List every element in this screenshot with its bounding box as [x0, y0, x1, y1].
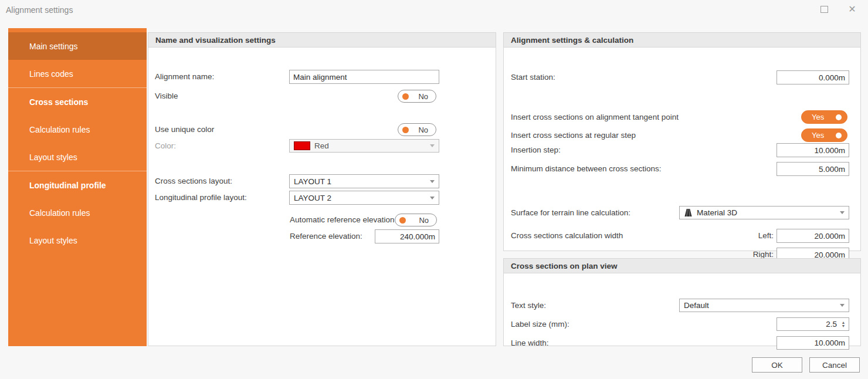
- close-icon: ✕: [848, 5, 856, 14]
- sidebar-item-longitudinal-profile[interactable]: Longitudinal profile: [8, 171, 147, 199]
- window-title: Alignment settings: [6, 5, 73, 15]
- sidebar: Main settings Lines codes Cross sections…: [8, 28, 147, 346]
- sidebar-item-calculation-rules-longitudinal[interactable]: Calculation rules: [8, 199, 147, 226]
- longitudinal-profile-layout-label: Longitudinal profile layout:: [155, 191, 247, 205]
- label-size-input[interactable]: [777, 317, 849, 331]
- insertion-step-input[interactable]: [777, 143, 849, 157]
- line-width-input[interactable]: [777, 336, 849, 350]
- sidebar-item-label: Lines codes: [29, 69, 73, 79]
- sidebar-item-layout-styles-longitudinal[interactable]: Layout styles: [8, 226, 147, 254]
- sidebar-item-label: Calculation rules: [29, 125, 90, 134]
- text-style-dropdown[interactable]: Default: [679, 299, 849, 312]
- maximize-button[interactable]: [814, 0, 834, 19]
- chevron-down-icon: [430, 180, 435, 183]
- material-3d-icon: [684, 208, 693, 217]
- longitudinal-profile-layout-dropdown[interactable]: LAYOUT 2: [289, 191, 439, 205]
- surface-label: Surface for terrain line calculation:: [511, 206, 630, 219]
- automatic-reference-elevation-label: Automatic reference elevation: [290, 214, 395, 226]
- insert-regular-step-toggle[interactable]: Yes: [801, 128, 847, 142]
- reference-elevation-input[interactable]: [375, 229, 439, 243]
- sidebar-item-cross-sections[interactable]: Cross sections: [8, 88, 147, 116]
- toggle-state-label: Yes: [812, 131, 824, 140]
- toggle-knob-icon: [836, 133, 842, 138]
- insert-regular-step-label: Insert cross sections at regular step: [511, 128, 636, 142]
- chevron-down-icon: [430, 144, 435, 147]
- toggle-knob-icon: [402, 127, 409, 133]
- sidebar-item-label: Layout styles: [29, 153, 77, 162]
- visible-label: Visible: [155, 90, 178, 103]
- red-color-swatch: [294, 141, 310, 150]
- text-style-label: Text style:: [511, 299, 546, 312]
- label-size-label: Label size (mm):: [511, 317, 569, 331]
- close-button[interactable]: ✕: [842, 0, 862, 19]
- surface-dropdown[interactable]: Material 3D: [679, 206, 849, 219]
- color-value: Red: [314, 141, 430, 150]
- toggle-state-label: Yes: [812, 113, 824, 121]
- min-distance-input[interactable]: [777, 162, 849, 176]
- sidebar-item-label: Layout styles: [29, 236, 77, 245]
- reference-elevation-label: Reference elevation:: [290, 229, 362, 243]
- panel-header: Cross sections on plan view: [504, 259, 860, 273]
- sidebar-item-label: Longitudinal profile: [29, 181, 106, 190]
- sidebar-item-label: Cross sections: [29, 97, 88, 107]
- ok-button[interactable]: OK: [752, 357, 802, 373]
- sidebar-item-calculation-rules-cross-sections[interactable]: Calculation rules: [8, 116, 147, 143]
- cross-sections-layout-value: LAYOUT 1: [294, 177, 430, 186]
- calc-width-label: Cross sections calculation width: [511, 229, 623, 243]
- alignment-settings-dialog: Alignment settings ✕ Main settings Lines…: [0, 0, 868, 379]
- panel-header: Alignment settings & calculation: [504, 33, 860, 48]
- toggle-knob-icon: [399, 217, 406, 224]
- automatic-reference-elevation-toggle[interactable]: No: [395, 214, 437, 226]
- insertion-step-label: Insertion step:: [511, 143, 561, 157]
- toggle-state-label: No: [418, 126, 428, 134]
- toggle-knob-icon: [836, 114, 842, 120]
- sidebar-item-label: Calculation rules: [29, 208, 90, 218]
- start-station-input[interactable]: [777, 70, 849, 84]
- cancel-button[interactable]: Cancel: [809, 357, 860, 373]
- calc-width-left-label: Left:: [753, 229, 774, 243]
- cross-sections-layout-label: Cross sections layout:: [155, 174, 232, 188]
- use-unique-color-toggle[interactable]: No: [398, 123, 436, 136]
- visible-toggle[interactable]: No: [398, 90, 436, 103]
- cross-sections-layout-dropdown[interactable]: LAYOUT 1: [289, 174, 439, 188]
- chevron-down-icon: [840, 304, 845, 307]
- alignment-name-label: Alignment name:: [155, 70, 214, 84]
- text-style-value: Default: [684, 301, 840, 310]
- maximize-icon: [820, 6, 828, 13]
- calc-width-left-input[interactable]: [777, 229, 849, 243]
- chevron-down-icon: [430, 197, 435, 199]
- panel-header: Name and visualization settings: [148, 33, 496, 48]
- spinner-down-icon[interactable]: ▼: [842, 324, 846, 328]
- chevron-down-icon: [840, 211, 845, 214]
- sidebar-item-main-settings[interactable]: Main settings: [8, 32, 147, 60]
- color-label: Color:: [155, 139, 176, 153]
- surface-value: Material 3D: [697, 208, 840, 217]
- panel-name-visualization: Name and visualization settings Alignmen…: [148, 32, 496, 346]
- sidebar-item-layout-styles-cross-sections[interactable]: Layout styles: [8, 143, 147, 171]
- insert-tangent-toggle[interactable]: Yes: [801, 110, 847, 124]
- panel-alignment-calculation: Alignment settings & calculation Start s…: [503, 32, 861, 251]
- longitudinal-profile-layout-value: LAYOUT 2: [294, 194, 430, 202]
- toggle-state-label: No: [419, 216, 429, 225]
- min-distance-label: Minimum distance between cross sections:: [511, 162, 662, 176]
- color-dropdown: Red: [289, 139, 439, 153]
- start-station-label: Start station:: [511, 70, 555, 84]
- toggle-knob-icon: [402, 93, 409, 100]
- use-unique-color-label: Use unique color: [155, 123, 214, 136]
- insert-tangent-label: Insert cross sections on alignment tange…: [511, 110, 679, 124]
- panel-plan-view: Cross sections on plan view Text style: …: [503, 258, 861, 346]
- alignment-name-input[interactable]: [289, 70, 439, 84]
- label-size-spinner[interactable]: ▲ ▼: [839, 317, 847, 331]
- sidebar-item-label: Main settings: [29, 42, 77, 51]
- line-width-label: Line width:: [511, 336, 549, 350]
- toggle-state-label: No: [418, 92, 428, 101]
- sidebar-item-lines-codes[interactable]: Lines codes: [8, 60, 147, 87]
